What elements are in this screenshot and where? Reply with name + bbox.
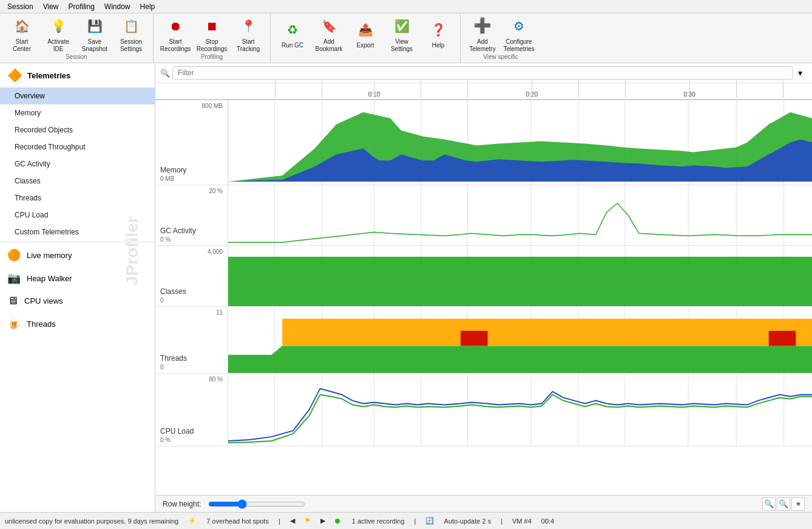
threads-chart-label: 11 Threads 0 bbox=[155, 307, 228, 373]
memory-chart-svg bbox=[228, 100, 812, 185]
threads-top-value: 11 bbox=[216, 309, 223, 316]
cpu-load-chart-svg bbox=[228, 374, 812, 446]
sidebar-item-threads-feature[interactable]: 🍺 Threads bbox=[0, 312, 155, 335]
classes-chart-canvas bbox=[228, 246, 812, 306]
sidebar-divider-1 bbox=[0, 242, 155, 242]
session-group-label: Session bbox=[0, 53, 153, 60]
zoom-reset-button[interactable]: ⌖ bbox=[791, 497, 805, 511]
nav-right-icon[interactable]: ▶ bbox=[320, 517, 325, 525]
sidebar: JProfiler 🔶 Telemetries Overview Memory … bbox=[0, 63, 155, 512]
heap-walker-icon: 📷 bbox=[7, 271, 21, 285]
sidebar-telemetries-header: 🔶 Telemetries bbox=[0, 63, 155, 87]
gc-activity-label-name: GC Activity bbox=[160, 227, 223, 235]
vline-4 bbox=[421, 81, 421, 98]
chart-area[interactable]: 800 MB Memory 0 MB bbox=[155, 100, 812, 495]
activate-ide-label: Activate IDE bbox=[42, 38, 74, 53]
menu-session[interactable]: Session bbox=[2, 1, 38, 12]
run-gc-button[interactable]: ♻ Run GC bbox=[276, 18, 310, 59]
menu-view[interactable]: View bbox=[38, 1, 64, 12]
help-button[interactable]: ❓ Help bbox=[421, 18, 455, 59]
profiling-group-label: Profiling bbox=[154, 53, 270, 60]
status-sep-2: | bbox=[414, 517, 416, 525]
threads-bottom-value: 0 bbox=[160, 364, 223, 370]
threads-label-name: Threads bbox=[160, 354, 223, 363]
menu-profiling[interactable]: Profiling bbox=[64, 1, 100, 12]
help-icon: ❓ bbox=[428, 20, 448, 39]
status-bar: unlicensed copy for evaluation purposes,… bbox=[0, 512, 812, 529]
menu-window[interactable]: Window bbox=[100, 1, 135, 12]
time-ruler: 0:10 0:20 0:30 bbox=[155, 83, 812, 100]
sidebar-item-recorded-objects[interactable]: Recorded Objects bbox=[0, 121, 155, 138]
zoom-in-button[interactable]: 🔍 bbox=[762, 497, 776, 511]
sidebar-item-custom-telemetries[interactable]: Custom Telemetries bbox=[0, 224, 155, 241]
threads-chart-row: 11 Threads 0 bbox=[155, 307, 812, 374]
vline-3 bbox=[374, 81, 375, 98]
auto-update-icon: 🔄 bbox=[425, 517, 434, 525]
classes-chart-label: 4,000 Classes 0 bbox=[155, 246, 228, 306]
start-tracking-label: Start Tracking bbox=[232, 38, 264, 53]
sidebar-item-cpu-load[interactable]: CPU Load bbox=[0, 206, 155, 224]
hotspot-icon: ⚡ bbox=[188, 517, 197, 525]
vline-11 bbox=[783, 81, 783, 98]
cpu-load-top-value: 80 % bbox=[209, 376, 223, 383]
save-snapshot-label: Save Snapshot bbox=[79, 38, 110, 53]
export-icon: 📤 bbox=[356, 20, 375, 39]
session-settings-label: Session Settings bbox=[115, 38, 147, 53]
row-height-bar: Row height: 🔍 🔍 ⌖ bbox=[155, 495, 812, 512]
cpu-load-chart-label: 80 % CPU Load 0 % bbox=[155, 374, 228, 446]
activate-ide-icon: 💡 bbox=[49, 16, 68, 36]
menu-bar: Session View Profiling Window Help bbox=[0, 0, 812, 13]
sidebar-item-gc-activity[interactable]: GC Activity bbox=[0, 155, 155, 172]
menu-help[interactable]: Help bbox=[135, 1, 160, 12]
stop-recordings-label: Stop Recordings bbox=[196, 38, 228, 53]
filter-input[interactable] bbox=[172, 66, 793, 80]
gc-activity-top-value: 20 % bbox=[209, 188, 223, 194]
sidebar-item-heap-walker[interactable]: 📷 Heap Walker bbox=[0, 267, 155, 290]
help-label: Help bbox=[432, 42, 445, 49]
nav-left-icon[interactable]: ◀ bbox=[290, 517, 295, 525]
run-gc-icon: ♻ bbox=[283, 20, 302, 39]
view-specific-group-label: View specific bbox=[461, 53, 541, 60]
memory-bottom-value: 0 MB bbox=[160, 176, 223, 182]
row-height-label: Row height: bbox=[163, 500, 201, 508]
start-recordings-icon: ⏺ bbox=[166, 16, 185, 36]
add-bookmark-label: Add Bookmark bbox=[313, 38, 345, 53]
time-display: 00:4 bbox=[541, 517, 554, 525]
row-height-slider[interactable] bbox=[208, 499, 305, 509]
cpu-views-icon: 🖥 bbox=[7, 295, 18, 307]
vline-1 bbox=[275, 81, 276, 98]
view-settings-button[interactable]: ✅ View Settings bbox=[385, 14, 419, 63]
status-sep-1: | bbox=[279, 517, 280, 525]
threads-chart-canvas bbox=[228, 307, 812, 373]
memory-chart-canvas bbox=[228, 100, 812, 185]
status-dot bbox=[335, 519, 340, 524]
add-telemetry-label: Add Telemetry bbox=[467, 38, 498, 53]
configure-telemetries-icon: ⚙ bbox=[509, 16, 529, 36]
sidebar-item-cpu-views[interactable]: 🖥 CPU views bbox=[0, 290, 155, 312]
telemetries-icon: 🔶 bbox=[7, 68, 22, 83]
sidebar-item-memory[interactable]: Memory bbox=[0, 104, 155, 121]
memory-top-value: 800 MB bbox=[202, 103, 223, 109]
export-button[interactable]: 📤 Export bbox=[348, 18, 382, 59]
content-panel: 🔍 ▾ 0:10 0:20 0:30 bbox=[155, 63, 812, 512]
cpu-load-label-name: CPU Load bbox=[160, 427, 223, 435]
classes-chart-row: 4,000 Classes 0 bbox=[155, 246, 812, 307]
view-settings-icon: ✅ bbox=[392, 16, 411, 36]
toolbar-group-middle: ♻ Run GC 🔖 Add Bookmark 📤 Export ✅ View … bbox=[271, 13, 461, 63]
sidebar-item-classes[interactable]: Classes bbox=[0, 172, 155, 189]
sidebar-item-threads[interactable]: Threads bbox=[0, 189, 155, 206]
vline-7 bbox=[578, 81, 579, 98]
sidebar-item-overview[interactable]: Overview bbox=[0, 87, 155, 104]
sidebar-item-recorded-throughput[interactable]: Recorded Throughput bbox=[0, 138, 155, 155]
memory-label-name: Memory bbox=[160, 166, 223, 174]
zoom-out-button[interactable]: 🔍 bbox=[777, 497, 790, 511]
view-settings-label: View Settings bbox=[386, 38, 418, 53]
add-bookmark-button[interactable]: 🔖 Add Bookmark bbox=[312, 14, 346, 63]
sidebar-item-live-memory[interactable]: 🟠 Live memory bbox=[0, 244, 155, 267]
filter-dropdown-button[interactable]: ▾ bbox=[793, 66, 807, 80]
live-memory-label: Live memory bbox=[27, 251, 72, 260]
classes-top-value: 4,000 bbox=[208, 248, 223, 255]
toolbar-group-profiling: ⏺ Start Recordings ⏹ Stop Recordings 📍 S… bbox=[154, 13, 271, 63]
stop-recordings-icon: ⏹ bbox=[202, 16, 222, 36]
vline-6 bbox=[532, 81, 532, 98]
